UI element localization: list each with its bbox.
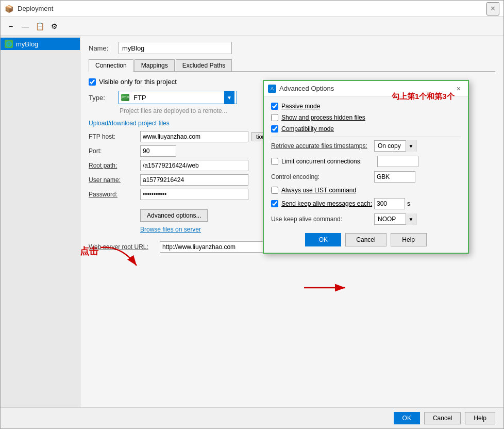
retrieve-value: On copy <box>375 142 406 150</box>
retrieve-dropdown-arrow[interactable]: ▼ <box>406 140 416 152</box>
limit-connections-checkbox[interactable] <box>271 158 278 165</box>
visible-only-label: Visible only for this project <box>99 78 177 86</box>
sidebar-item-label: myBlog <box>16 40 38 48</box>
port-input[interactable] <box>140 145 176 157</box>
ftp-icon: FTP <box>121 94 129 101</box>
control-encoding-row: Control encoding: <box>271 171 461 183</box>
passive-mode-row: Passive mode <box>271 103 461 110</box>
always-list-row: Always use LIST command <box>271 187 461 194</box>
root-path-label: Root path: <box>89 162 140 169</box>
show-hidden-checkbox[interactable] <box>271 114 278 121</box>
ok-button[interactable]: OK <box>394 412 420 424</box>
bottom-buttons: OK Cancel Help <box>1 407 503 428</box>
dialog-title-text: Advanced Options <box>279 85 334 92</box>
passive-mode-label: Passive mode <box>281 103 320 110</box>
control-encoding-input[interactable] <box>374 171 415 183</box>
compat-mode-label: Compatibility mode <box>281 125 334 133</box>
use-keepalive-dropdown-arrow[interactable]: ▼ <box>406 213 416 225</box>
sidebar-item-myblog[interactable]: 🌐 myBlog <box>1 38 80 50</box>
dialog-help-button[interactable]: Help <box>391 233 427 246</box>
always-list-checkbox[interactable] <box>271 187 278 194</box>
title-bar: 📦 Deployment × <box>1 1 503 17</box>
name-input[interactable] <box>119 42 232 54</box>
dialog-buttons: OK Cancel Help <box>271 233 461 246</box>
always-list-label: Always use LIST command <box>281 187 356 194</box>
name-row: Name: <box>89 42 495 54</box>
dialog-title-bar: A Advanced Options × <box>264 81 468 96</box>
myblog-icon: 🌐 <box>5 40 13 48</box>
sidebar: 🌐 myBlog <box>1 36 80 407</box>
type-value: FTP <box>133 94 222 102</box>
use-keepalive-select[interactable]: NOOP ▼ <box>374 213 416 225</box>
dialog-app-icon: A <box>268 85 276 93</box>
window-icon: 📦 <box>5 5 13 13</box>
compat-mode-row: Compatibility mode <box>271 125 461 133</box>
show-hidden-row: Show and process hidden files <box>271 114 461 121</box>
type-dropdown-arrow[interactable]: ▼ <box>224 91 234 104</box>
username-input[interactable] <box>140 174 248 186</box>
password-input[interactable] <box>140 189 248 200</box>
advanced-options-dialog: A Advanced Options × Passive mode Show a… <box>263 80 469 254</box>
ftp-host-label: FTP host: <box>89 133 140 140</box>
separator-1 <box>271 137 461 137</box>
dialog-title-left: A Advanced Options <box>268 85 334 93</box>
limit-connections-input[interactable] <box>377 156 418 167</box>
password-label: Password: <box>89 191 140 198</box>
dialog-ok-button[interactable]: OK <box>305 233 341 246</box>
username-label: User name: <box>89 176 140 184</box>
visible-only-checkbox[interactable] <box>89 78 96 86</box>
retrieve-select[interactable]: On copy ▼ <box>374 140 416 152</box>
passive-mode-checkbox[interactable] <box>271 103 278 110</box>
window-title: Deployment <box>18 5 53 12</box>
retrieve-label: Retrieve accurate files timestamps: <box>271 142 374 150</box>
tabs: Connection Mappings Excluded Paths <box>89 59 495 72</box>
keepalive-unit: s <box>407 200 410 207</box>
toolbar-gear-btn[interactable]: ⚙ <box>48 20 60 32</box>
use-keepalive-row: Use keep alive command: NOOP ▼ <box>271 213 461 225</box>
ftp-host-input[interactable] <box>140 131 248 142</box>
tab-mappings[interactable]: Mappings <box>135 59 175 71</box>
title-bar-left: 📦 Deployment <box>5 5 53 13</box>
show-hidden-label: Show and process hidden files <box>281 114 365 121</box>
advanced-options-btn[interactable]: Advanced options... <box>140 209 208 222</box>
keepalive-input[interactable] <box>374 198 405 209</box>
limit-connections-row: Limit concurrent connections: <box>271 156 461 167</box>
dialog-content: Passive mode Show and process hidden fil… <box>264 96 468 253</box>
cancel-button[interactable]: Cancel <box>424 412 461 424</box>
toolbar-minus-btn[interactable]: − <box>5 20 17 32</box>
keepalive-row: Send keep alive messages each: s <box>271 198 461 209</box>
port-label: Port: <box>89 147 140 155</box>
type-select[interactable]: FTP FTP ▼ <box>119 91 237 104</box>
toolbar-dash-btn[interactable]: — <box>19 20 31 32</box>
toolbar: − — 📋 ⚙ <box>1 17 503 36</box>
dialog-close-button[interactable]: × <box>453 84 464 94</box>
tab-connection[interactable]: Connection <box>89 59 133 72</box>
web-server-label: Web server root URL: <box>89 243 156 251</box>
use-keepalive-value: NOOP <box>375 216 406 223</box>
limit-connections-label: Limit concurrent connections: <box>281 158 377 165</box>
name-label: Name: <box>89 44 114 52</box>
help-button[interactable]: Help <box>465 412 495 424</box>
keepalive-checkbox[interactable] <box>271 200 278 207</box>
use-keepalive-label: Use keep alive command: <box>271 216 374 223</box>
toolbar-copy-btn[interactable]: 📋 <box>33 20 46 32</box>
window-close-button[interactable]: × <box>486 2 499 15</box>
type-label: Type: <box>89 94 114 102</box>
tab-excluded-paths[interactable]: Excluded Paths <box>176 59 232 71</box>
root-path-input[interactable] <box>140 160 248 171</box>
retrieve-timestamps-row: Retrieve accurate files timestamps: On c… <box>271 140 461 152</box>
keepalive-label: Send keep alive messages each: <box>281 200 374 207</box>
control-encoding-label: Control encoding: <box>271 173 374 180</box>
compat-mode-checkbox[interactable] <box>271 125 278 133</box>
dialog-cancel-button[interactable]: Cancel <box>345 233 386 246</box>
